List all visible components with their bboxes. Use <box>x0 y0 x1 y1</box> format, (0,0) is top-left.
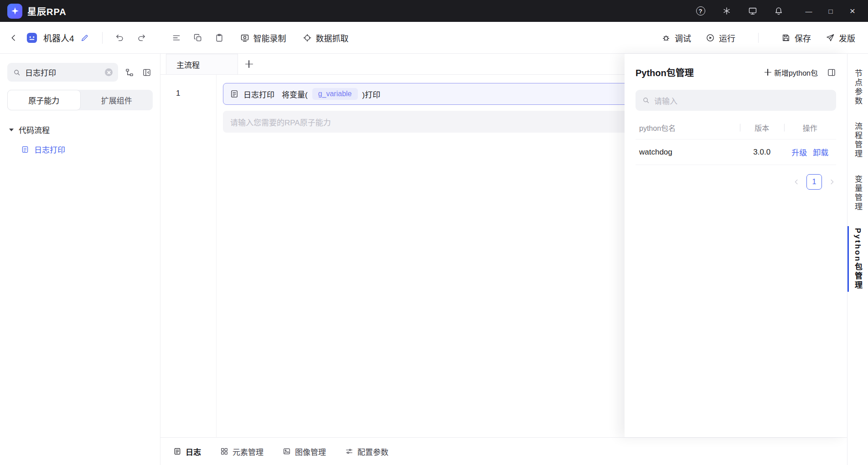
copy-button[interactable] <box>193 33 202 42</box>
clipboard-icon <box>215 33 224 42</box>
rail-tab-label: 变量管理 <box>852 175 863 212</box>
maximize-button[interactable]: □ <box>820 0 842 22</box>
publish-button[interactable]: 发版 <box>826 32 855 44</box>
redo-button[interactable] <box>137 33 146 42</box>
app-title: 星辰RPA <box>27 5 67 18</box>
smart-record-button[interactable]: 智能录制 <box>240 32 286 44</box>
rename-button[interactable] <box>80 33 89 42</box>
header-version: 版本 <box>740 122 784 133</box>
capture-target-icon <box>303 33 312 42</box>
add-flow-tab-button[interactable] <box>238 54 260 74</box>
title-bar: 星辰RPA <box>0 0 868 22</box>
bottom-tab-elements[interactable]: 元素管理 <box>220 446 264 457</box>
close-button[interactable]: × <box>842 0 863 22</box>
tab-extension-components[interactable]: 扩展组件 <box>81 90 153 110</box>
data-capture-label: 数据抓取 <box>316 32 349 44</box>
action-name: 日志打印 <box>243 88 274 100</box>
table-row: watchdog 3.0.0 升级 卸载 <box>636 139 836 165</box>
bottom-tab-config[interactable]: 配置参数 <box>345 446 388 457</box>
run-button[interactable]: 运行 <box>706 32 735 44</box>
plus-icon <box>765 69 771 76</box>
bug-icon <box>661 33 671 42</box>
chevron-left-icon <box>792 178 801 186</box>
run-label: 运行 <box>719 32 735 44</box>
python-package-panel: Python包管理 新增python包 <box>625 54 847 437</box>
tree-group-code-flow[interactable]: 代码流程 <box>7 121 153 138</box>
tab-main-flow[interactable]: 主流程 <box>166 54 238 74</box>
variable-chip[interactable]: g_variable <box>312 88 358 100</box>
bottom-tab-label: 日志 <box>186 446 201 457</box>
tree-item-label: 日志打印 <box>34 144 65 155</box>
minimize-button[interactable]: — <box>798 0 820 22</box>
search-icon <box>13 68 21 77</box>
rail-tab-node-params[interactable]: 节点参数 <box>847 67 868 108</box>
help-button[interactable] <box>696 6 705 16</box>
plus-icon <box>245 60 253 68</box>
back-button[interactable] <box>9 33 18 42</box>
tab-atomic-abilities[interactable]: 原子能力 <box>7 90 81 110</box>
collapse-sidebar-button[interactable] <box>141 67 153 78</box>
flow-structure-button[interactable] <box>124 67 135 78</box>
app-logo <box>7 4 22 19</box>
robot-name: 机器人4 <box>43 31 74 44</box>
toolbar: 机器人4 <box>0 22 868 54</box>
undo-icon <box>115 33 124 42</box>
toolbar-divider <box>102 32 103 44</box>
smart-record-label: 智能录制 <box>253 32 286 44</box>
add-python-package-button[interactable]: 新增python包 <box>765 67 818 78</box>
gutter-divider <box>216 75 217 437</box>
save-button[interactable]: 保存 <box>781 32 811 44</box>
undo-button[interactable] <box>115 33 124 42</box>
outline-button[interactable] <box>172 33 181 42</box>
package-table-header: python包名 版本 操作 <box>636 116 836 139</box>
page-number-button[interactable]: 1 <box>806 174 822 190</box>
next-page-button[interactable] <box>828 178 836 186</box>
right-rail: 节点参数 流程管理 变量管理 Python包管理 <box>847 54 868 465</box>
log-icon <box>230 89 239 98</box>
image-icon <box>283 447 291 455</box>
panel-title: Python包管理 <box>636 66 694 79</box>
workspace: 日志打印 <box>0 54 868 465</box>
action-text-after: )打印 <box>362 88 381 100</box>
bottom-tab-images[interactable]: 图像管理 <box>283 446 326 457</box>
grid-icon <box>220 447 228 455</box>
header-actions: 操作 <box>784 122 836 133</box>
rail-tab-label: 节点参数 <box>852 69 863 106</box>
action-text-before: 将变量( <box>282 88 308 100</box>
display-button[interactable] <box>748 6 757 16</box>
chevron-left-icon <box>9 33 18 42</box>
data-capture-button[interactable]: 数据抓取 <box>303 32 349 44</box>
package-search-input[interactable]: 请输入 <box>636 90 836 111</box>
upgrade-link[interactable]: 升级 <box>791 146 807 158</box>
notifications-button[interactable] <box>774 6 783 16</box>
copy-icon <box>193 33 202 42</box>
rail-tab-python-packages[interactable]: Python包管理 <box>847 226 868 292</box>
clear-search-button[interactable] <box>105 68 113 76</box>
package-search-placeholder: 请输入 <box>654 95 677 106</box>
monitor-icon <box>748 6 757 16</box>
rail-tab-flow-management[interactable]: 流程管理 <box>847 120 868 160</box>
bottom-tab-label: 图像管理 <box>295 446 326 457</box>
rail-tab-label: Python包管理 <box>852 228 863 290</box>
save-label: 保存 <box>795 32 811 44</box>
hierarchy-icon <box>125 68 134 77</box>
uninstall-link[interactable]: 卸载 <box>813 146 828 158</box>
sliders-icon <box>345 447 353 455</box>
debug-button[interactable]: 调试 <box>661 32 691 44</box>
search-icon <box>642 96 650 104</box>
paste-button[interactable] <box>215 33 224 42</box>
row-number: 1 <box>160 83 223 98</box>
debug-label: 调试 <box>675 32 691 44</box>
bell-icon <box>774 6 783 16</box>
rail-tab-variable-management[interactable]: 变量管理 <box>847 173 868 213</box>
toolbar-right-divider <box>758 33 759 43</box>
bottom-tab-label: 元素管理 <box>232 446 264 457</box>
search-input[interactable]: 日志打印 <box>7 63 118 82</box>
redo-icon <box>137 33 146 42</box>
prev-page-button[interactable] <box>792 178 801 186</box>
panel-toggle-button[interactable] <box>827 68 836 77</box>
add-python-package-label: 新增python包 <box>774 67 818 78</box>
settings-button[interactable] <box>722 6 731 16</box>
bottom-tab-log[interactable]: 日志 <box>173 446 201 457</box>
tree-item-log-print[interactable]: 日志打印 <box>7 138 153 158</box>
